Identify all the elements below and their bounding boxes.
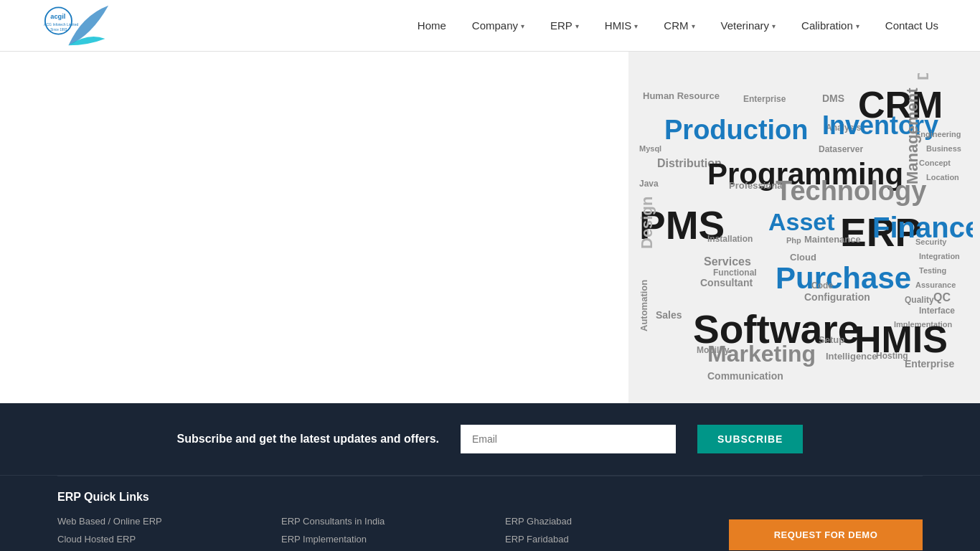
word-cloud-word: Hosting [876, 352, 908, 360]
request-demo-button[interactable]: REQUEST FOR DEMO [729, 519, 923, 550]
chevron-down-icon: ▾ [634, 1, 638, 52]
footer-link-erp-ghaziabad[interactable]: ERP Ghaziabad [505, 512, 729, 530]
word-cloud-word: Java [639, 179, 659, 188]
nav-calibration[interactable]: Calibration ▾ [788, 0, 872, 52]
chevron-down-icon: ▾ [856, 1, 859, 52]
word-cloud-word: Location [926, 174, 959, 182]
main-nav: Home Company ▾ ERP ▾ HMIS ▾ CRM ▾ Veteri… [405, 0, 951, 52]
word-cloud: CRMDevelopementHuman ResourceEnterpriseD… [636, 73, 973, 382]
nav-veterinary[interactable]: Veterinary ▾ [708, 0, 789, 52]
request-demo-area: REQUEST FOR DEMO CONTACT US [729, 512, 923, 551]
word-cloud-word: Production [664, 116, 809, 143]
footer-link-erp-consultants[interactable]: ERP Consultants in India [281, 512, 505, 530]
word-cloud-word: Services [704, 256, 751, 268]
word-cloud-word: Configuration [804, 292, 870, 302]
word-cloud-word: Interface [919, 306, 955, 315]
nav-home[interactable]: Home [405, 0, 459, 52]
word-cloud-word: DMS [822, 93, 844, 103]
word-cloud-word: Human Resource [643, 91, 720, 100]
footer-col-1: Web Based / Online ERP Cloud Hosted ERP [57, 512, 281, 551]
nav-erp[interactable]: ERP ▾ [537, 0, 592, 52]
word-cloud-word: Dataserver [819, 145, 863, 154]
footer-links-section: ERP Quick Links Web Based / Online ERP C… [0, 475, 980, 551]
footer-links-grid: Web Based / Online ERP Cloud Hosted ERP … [57, 512, 923, 551]
word-cloud-word: QC [933, 292, 951, 303]
word-cloud-word: Business [926, 145, 961, 153]
word-cloud-word: Setup [819, 335, 844, 344]
word-cloud-word: Security [915, 238, 946, 246]
word-cloud-word: Asset [768, 209, 835, 234]
chevron-down-icon: ▾ [521, 1, 524, 52]
svg-text:Since 1993: Since 1993 [50, 28, 67, 32]
nav-company[interactable]: Company ▾ [459, 0, 537, 52]
logo-icon: acgil ACG Infotech Limited Since 1993 [29, 2, 115, 49]
footer-col-2: ERP Consultants in India ERP Implementat… [281, 512, 505, 551]
word-cloud-word: Intelligence [826, 352, 877, 361]
word-cloud-word: Mysql [639, 145, 661, 153]
word-cloud-word: Code [811, 281, 833, 290]
word-cloud-word: Automation [639, 280, 649, 331]
subscribe-section: Subscribe and get the latest updates and… [0, 403, 980, 475]
nav-crm[interactable]: CRM ▾ [651, 0, 707, 52]
word-cloud-word: Installation [707, 235, 753, 243]
word-cloud-word: Integration [919, 253, 960, 260]
word-cloud-area: CRMDevelopementHuman ResourceEnterpriseD… [628, 52, 980, 403]
word-cloud-word: Testing [919, 267, 946, 275]
word-cloud-word: Enterprise [905, 359, 954, 369]
email-input[interactable] [461, 425, 676, 453]
word-cloud-word: Management [905, 88, 920, 184]
word-cloud-word: Engineering [915, 131, 961, 138]
word-cloud-word: Maintenance [804, 235, 861, 244]
erp-quick-links-title: ERP Quick Links [57, 476, 923, 512]
header: acgil ACG Infotech Limited Since 1993 Ho… [0, 0, 980, 52]
word-cloud-word: Assurance [915, 281, 956, 289]
footer-link-erp-faridabad[interactable]: ERP Faridabad [505, 530, 729, 548]
footer-link-cloud-erp[interactable]: Cloud Hosted ERP [57, 530, 281, 548]
chevron-down-icon: ▾ [772, 1, 776, 52]
word-cloud-word: Consultant [700, 278, 753, 288]
chevron-down-icon: ▾ [692, 1, 695, 52]
word-cloud-word: Functional [713, 268, 757, 277]
word-cloud-word: Design [639, 197, 655, 249]
subscribe-button[interactable]: SUBSCRIBE [697, 425, 803, 453]
footer-link-erp-implementation[interactable]: ERP Implementation [281, 530, 505, 548]
logo-area: acgil ACG Infotech Limited Since 1993 [29, 2, 115, 49]
nav-hmis[interactable]: HMIS ▾ [592, 0, 651, 52]
word-cloud-word: Concept [919, 159, 951, 167]
footer-link-web-erp[interactable]: Web Based / Online ERP [57, 512, 281, 530]
word-cloud-word: Quality [905, 296, 934, 304]
nav-contact-us[interactable]: Contact Us [872, 0, 951, 52]
word-cloud-word: Sales [656, 310, 682, 320]
word-cloud-word: Developement [915, 73, 931, 80]
word-cloud-word: Marketing [707, 342, 816, 365]
left-area [0, 52, 628, 403]
word-cloud-word: Purchase [776, 263, 911, 293]
svg-text:ACG Infotech Limited: ACG Infotech Limited [44, 22, 79, 27]
subscribe-text: Subscribe and get the latest updates and… [177, 433, 439, 446]
word-cloud-word: Php [786, 237, 801, 245]
chevron-down-icon: ▾ [575, 1, 579, 52]
word-cloud-word: Communication [707, 371, 783, 381]
svg-text:acgil: acgil [50, 13, 65, 20]
main-content: CRMDevelopementHuman ResourceEnterpriseD… [0, 52, 980, 403]
footer-col-3: ERP Ghaziabad ERP Faridabad [505, 512, 729, 551]
word-cloud-word: Enterprise [743, 95, 786, 103]
